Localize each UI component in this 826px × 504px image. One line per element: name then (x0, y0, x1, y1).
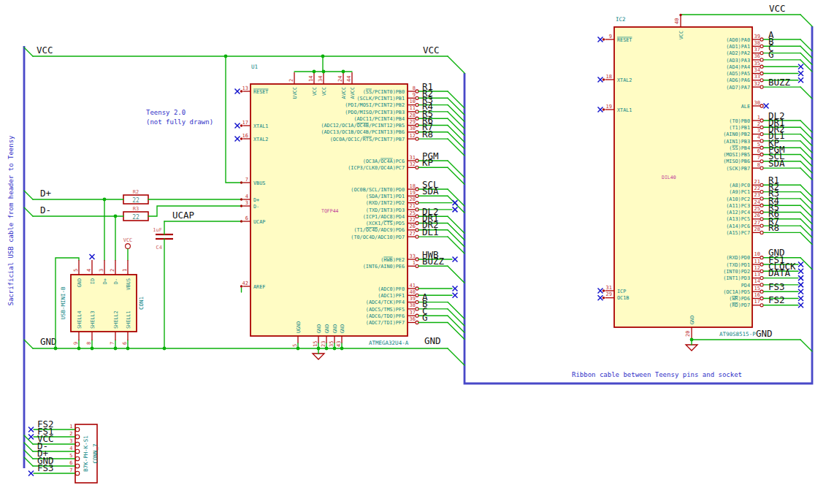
u1-pin-40-number: 40 (410, 289, 416, 295)
u1-pin-7-number: 7 (245, 177, 248, 183)
ic2-pin-1-name: (T0)PB0 (729, 118, 750, 124)
u1-pin-15-name: GND (316, 324, 322, 333)
ic2-pin-34-name: (AD5)PA5 (726, 71, 750, 77)
ic2-pin-2-number: 2 (757, 121, 760, 127)
pin-end-circle (760, 104, 763, 107)
bus-entry (448, 112, 464, 129)
pin-end-circle (760, 218, 763, 221)
ic2-pin-36-number: 36 (754, 53, 760, 59)
conn7-ref: CONN_7 (92, 443, 99, 463)
net-label-vcc-u1: VCC (423, 45, 440, 56)
u1-pin-19-number: 19 (410, 190, 416, 196)
u1-pin-8-name: (SS/PCINT0)PB0 (363, 89, 405, 95)
pin-end-circle (760, 283, 763, 286)
net-label-dminus: D- (40, 205, 51, 215)
bus-entry (800, 161, 812, 173)
usb-pin-9-name: SHELL4 (77, 310, 83, 329)
usb-pin-4-number: 4 (86, 269, 92, 272)
pin-end-circle (760, 210, 763, 213)
pin-end-circle (760, 231, 763, 234)
net-label-fs3: FS3 (768, 281, 785, 292)
ic2-pin-21-number: 21 (754, 179, 760, 185)
pin-end-circle (760, 133, 763, 136)
wire (226, 56, 242, 183)
ic2-pin-23-name: (A10)PC2 (726, 196, 750, 202)
gnd-symbol-u1-icon (313, 354, 324, 359)
u1-value: ATMEGA32U4-A (369, 340, 409, 346)
ic2-pin-2-name: (T1)PB1 (729, 125, 750, 131)
bus-entry (800, 53, 812, 65)
ic2-pin-9-name: RESET (617, 37, 632, 43)
pin-end-dot (240, 198, 242, 200)
u1-pin-36-name: (ADC7/TDI)PF7 (366, 320, 405, 326)
schematic-canvas: VCC VCC VCC GND GND GND D+ D- UCAP U1 AT… (0, 0, 826, 504)
ic2-value: AT90S8515-P (719, 331, 756, 337)
u1-pin-29-name: (ADC12/OC1A/OC4B/PCINT12)PB5 (321, 123, 405, 129)
pin-end-dot (603, 297, 605, 299)
ic2-pin-28-number: 28 (754, 226, 760, 232)
wire (24, 207, 33, 216)
ic2-pin-34-number: 34 (754, 67, 760, 73)
pin-end-dot (603, 108, 605, 110)
u1-pin-7-name: VBUS (253, 180, 265, 186)
bus-entry (448, 230, 464, 247)
u1-pin-3-number: 3 (245, 200, 248, 206)
bus-entry (800, 185, 812, 196)
ic2-ref: IC2 (616, 16, 626, 23)
pin-end-circle (760, 197, 763, 200)
u1-pin-1-name: (INT6/AIN0)PE6 (363, 264, 405, 270)
bus-entry (800, 87, 812, 99)
u1-pin-36-number: 36 (410, 316, 416, 322)
pin-end-circle (760, 52, 763, 55)
u1-pin-43-number: 43 (336, 341, 342, 347)
bus-entry (448, 126, 464, 142)
ic2-pin-22-name: (A9)PC1 (729, 189, 750, 195)
net-label-sda: SDA (768, 158, 785, 169)
ic2-pin-39-name: (AD0)PA0 (726, 37, 750, 43)
pin-end-circle (760, 65, 763, 68)
u1-pin-26-number: 26 (410, 224, 416, 229)
u1-pin-22-name: (XCK1/CTS)PD5 (366, 221, 405, 226)
bus-entry (448, 98, 464, 115)
u1-pin-28-name: (ADC11/PCINT4)PB4 (353, 116, 405, 122)
ic2-pin-40-number: 40 (674, 18, 680, 24)
net-label-vcc-left: VCC (37, 45, 53, 56)
bus-entry (800, 232, 812, 244)
ic2-pin-3-name: (AIN0)PB2 (723, 131, 750, 137)
ic2-pin-21-name: (A8)PC0 (729, 183, 750, 188)
u1-pin-16-name: XTAL2 (253, 137, 268, 142)
junction-dot (340, 347, 344, 351)
usb-pin-1-number: 1 (122, 269, 128, 272)
bus-entry (800, 205, 812, 217)
ic2-pin-17-number: 17 (754, 299, 760, 305)
usb-pin-5-number: 5 (73, 269, 79, 272)
bus-entry (800, 155, 812, 167)
conn7-pin-7-number: 7 (69, 467, 72, 473)
wire (148, 206, 242, 216)
net-label-sda: SDA (422, 186, 439, 196)
ic2-pin-25-number: 25 (754, 206, 760, 212)
bus-entry (448, 323, 464, 340)
net-label-fs2: FS2 (768, 294, 785, 305)
pin-end-circle (760, 140, 763, 142)
pin-end-dot (679, 14, 681, 16)
u1-pin-19-name: (SDA/INT1)PD1 (366, 194, 405, 199)
pin-end-circle (760, 79, 763, 82)
u1-pin-32-number: 32 (410, 161, 416, 167)
u1-footprint: TQFP44 (321, 208, 339, 214)
net-label-dplus: D+ (40, 188, 51, 199)
net-label-gnd-ic2: GND (756, 328, 773, 339)
junction-dot (163, 347, 167, 351)
u1-pin-33-name: (HWB)PE2 (381, 257, 405, 263)
conn7-pin-6-number: 6 (69, 460, 72, 466)
ic2-pin-13-number: 13 (754, 272, 760, 278)
pin-end-circle (760, 256, 763, 259)
pin-end-dot (240, 205, 242, 207)
wire (24, 47, 33, 56)
ic2-pin-36-name: (AD3)PA3 (726, 58, 750, 64)
u1-pin-44-name: AVCC (350, 87, 356, 99)
u1-pin-34-number: 34 (318, 76, 324, 82)
u1-pin-9-number: 9 (413, 92, 416, 98)
u1-pin-15-number: 15 (313, 341, 318, 347)
u1-pin-30-name: (ADC13/OC1B/OC4B/PCINT13)PB6 (321, 129, 405, 135)
